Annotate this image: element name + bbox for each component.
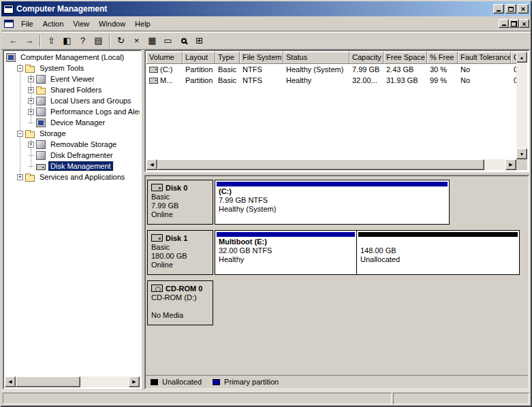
scroll-right-button[interactable]: ▶ (505, 159, 516, 170)
minimize-button[interactable] (493, 4, 504, 14)
expand-toggle[interactable]: + (28, 142, 34, 148)
expand-toggle[interactable]: + (28, 109, 34, 115)
menu-window[interactable]: Window (94, 18, 130, 30)
grid-view-button[interactable]: ⊞ (191, 33, 207, 48)
menu-view[interactable]: View (68, 18, 94, 30)
mdi-close-button[interactable]: × (519, 19, 529, 28)
menu-help[interactable]: Help (130, 18, 155, 30)
zoom-button[interactable] (176, 33, 191, 48)
mdi-minimize-button[interactable] (499, 19, 509, 28)
tree-item-shared-folders[interactable]: + Shared Folders (5, 84, 140, 95)
up-one-level-button[interactable]: ⇧ (44, 33, 59, 48)
volume-row-multiboot[interactable]: M... Partition Basic NTFS Healthy 32.00.… (146, 75, 516, 86)
tree-item-performance-logs-and-alerts[interactable]: + Performance Logs and Alerts (5, 106, 140, 117)
partition-size: 148.00 GB (357, 246, 519, 255)
computer-management-icon[interactable] (3, 5, 14, 14)
delete-button[interactable]: × (129, 33, 144, 48)
expand-toggle[interactable]: + (28, 87, 34, 93)
partition-label: (C:) (215, 187, 449, 196)
collapse-toggle[interactable]: − (17, 65, 23, 71)
volume-icon (149, 78, 158, 84)
show-hide-console-tree-button[interactable]: ◧ (59, 33, 75, 48)
scrollbar-thumb[interactable] (16, 376, 80, 387)
collapse-toggle[interactable]: − (17, 131, 23, 137)
volume-list-horizontal-scrollbar[interactable]: ◀ ▶ (146, 159, 516, 170)
tree-horizontal-scrollbar[interactable]: ◀ ▶ (5, 376, 140, 387)
help-button[interactable]: ? (75, 33, 91, 48)
forward-button[interactable]: → (21, 33, 37, 48)
scrollbar-track[interactable] (516, 63, 527, 148)
tree-item-local-users-and-groups[interactable]: + Local Users and Groups (5, 95, 140, 106)
properties-button[interactable]: ▦ (144, 33, 160, 48)
maximize-button[interactable] (505, 4, 516, 14)
export-list-button[interactable]: ▤ (91, 33, 106, 48)
menu-file[interactable]: File (16, 18, 38, 30)
tree-item-computer-management[interactable]: Computer Management (Local) (5, 52, 140, 63)
cdrom0-info-box[interactable]: CD-ROM 0 CD-ROM (D:) No Media (147, 280, 213, 325)
disk-row-0: Disk 0 Basic 7.99 GB Online (C:) 7.99 GB… (147, 180, 527, 225)
disk1-info-box[interactable]: Disk 1 Basic 180.00 GB Online (147, 230, 213, 275)
tree-item-label: Local Users and Groups (48, 96, 134, 105)
column-header-fault-tolerance[interactable]: Fault Tolerance (458, 52, 511, 64)
refresh-button[interactable]: ↻ (113, 33, 129, 48)
layout-cell: Partition (183, 65, 215, 74)
scrollbar-track[interactable] (16, 376, 129, 387)
expand-toggle[interactable]: + (28, 76, 34, 82)
scroll-left-button[interactable]: ◀ (5, 376, 16, 387)
disk-icon (151, 234, 163, 242)
open-folder-button[interactable]: ▭ (160, 33, 176, 48)
tree-item-disk-defragmenter[interactable]: Disk Defragmenter (5, 150, 140, 161)
volume-list-vertical-scrollbar[interactable]: ▲ ▼ (516, 52, 527, 159)
pct-free-cell: 99 % (427, 76, 458, 85)
column-header-free-space[interactable]: Free Space (384, 52, 427, 64)
column-header-volume[interactable]: Volume (146, 52, 183, 64)
disk-size: 7.99 GB (151, 201, 209, 210)
mdi-restore-button[interactable] (509, 19, 519, 28)
tree-stub-line (28, 123, 34, 123)
column-header-status[interactable]: Status (283, 52, 349, 64)
expand-toggle[interactable]: + (17, 174, 23, 180)
window-titlebar[interactable]: Computer Management × (1, 1, 531, 16)
disk0-info-box[interactable]: Disk 0 Basic 7.99 GB Online (147, 180, 213, 225)
scroll-right-button[interactable]: ▶ (129, 376, 140, 387)
volume-row-c[interactable]: (C:) Partition Basic NTFS Healthy (Syste… (146, 64, 516, 75)
tree-item-services-and-applications[interactable]: + Services and Applications (5, 172, 140, 182)
tree-item-removable-storage[interactable]: + Removable Storage (5, 139, 140, 150)
column-header-layout[interactable]: Layout (183, 52, 215, 64)
scrollbar-track[interactable] (157, 159, 505, 170)
scroll-up-button[interactable]: ▲ (516, 52, 527, 63)
column-header-capacity[interactable]: Capacity (349, 52, 384, 64)
column-header-file-system[interactable]: File System (240, 52, 283, 64)
volume-list-pane: Volume Layout Type File System Status Ca… (144, 50, 529, 172)
close-button[interactable]: × (518, 4, 529, 14)
menu-action[interactable]: Action (38, 18, 69, 30)
scrollbar-thumb[interactable] (157, 159, 484, 170)
back-button[interactable]: ← (5, 33, 21, 48)
column-header-type[interactable]: Type (215, 52, 240, 64)
tree-item-disk-management[interactable]: Disk Management (5, 161, 140, 172)
tree-item-system-tools[interactable]: − System Tools (5, 63, 140, 74)
services-icon (25, 175, 35, 182)
partition-status: Healthy (System) (215, 205, 449, 214)
unallocated-space[interactable]: 148.00 GB Unallocated (356, 230, 520, 275)
partition-multiboot-e[interactable]: Multiboot (E:) 32.00 GB NTFS Healthy (215, 230, 357, 275)
tree-item-event-viewer[interactable]: + Event Viewer (5, 74, 140, 84)
users-icon (36, 97, 46, 105)
tree-item-storage[interactable]: − Storage (5, 128, 140, 139)
console-window-icon[interactable] (4, 20, 14, 28)
status-cell: Healthy (System) (283, 65, 349, 74)
tree-item-device-manager[interactable]: Device Manager (5, 117, 140, 128)
disk-row-1: Disk 1 Basic 180.00 GB Online Multiboot … (147, 230, 527, 275)
partition-c[interactable]: (C:) 7.99 GB NTFS Healthy (System) (215, 180, 450, 225)
scrollbar-corner (516, 159, 527, 170)
volume-cell: M... (146, 76, 183, 85)
disk-size: 180.00 GB (151, 252, 209, 261)
free-space-cell: 2.43 GB (384, 65, 427, 74)
expand-toggle[interactable]: + (28, 98, 34, 104)
type-cell: Basic (215, 65, 240, 74)
shared-folders-icon (36, 88, 46, 95)
column-header-overhead[interactable]: O (511, 52, 516, 64)
scroll-down-button[interactable]: ▼ (516, 148, 527, 159)
scroll-left-button[interactable]: ◀ (146, 159, 157, 170)
column-header-pct-free[interactable]: % Free (427, 52, 458, 64)
